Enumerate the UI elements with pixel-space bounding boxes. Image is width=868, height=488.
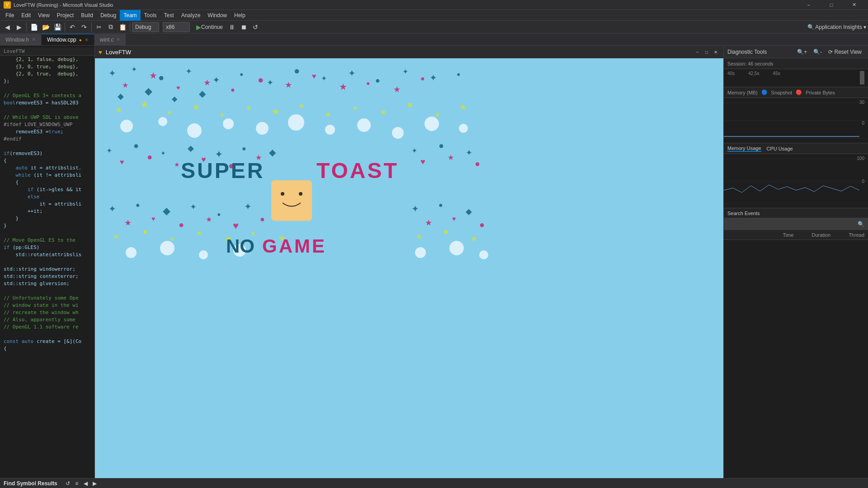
zoom-out-btn[interactable]: 🔍- bbox=[811, 48, 825, 56]
code-line: // Unfortunately some Ope bbox=[0, 294, 94, 301]
code-line: #endif bbox=[0, 135, 94, 142]
svg-text:✦: ✦ bbox=[190, 202, 197, 211]
memory-usage-tab[interactable]: Memory Usage bbox=[727, 145, 761, 152]
menu-tools[interactable]: Tools bbox=[141, 10, 160, 21]
app-title: LoveFTW (Running) - Microsoft Visual Stu… bbox=[14, 2, 798, 8]
svg-text:●: ● bbox=[407, 99, 413, 110]
menu-file[interactable]: File bbox=[2, 10, 18, 21]
svg-text:✦: ✦ bbox=[212, 75, 220, 85]
code-line bbox=[0, 229, 94, 236]
find-results-bar: Find Symbol Results ↺ ≡ ◀ ▶ bbox=[0, 479, 868, 488]
toolbar-copy[interactable]: ⧉ bbox=[105, 22, 116, 33]
code-line: }; bbox=[0, 77, 94, 84]
code-line bbox=[0, 84, 94, 92]
maximize-button[interactable]: □ bbox=[821, 0, 842, 10]
close-tab-window-cpp[interactable]: ✕ bbox=[85, 37, 89, 43]
menu-project[interactable]: Project bbox=[53, 10, 77, 21]
timeline-scroll[interactable] bbox=[860, 71, 864, 84]
game-bg-svg: ✦✦ ●✦ ✦● ✦● ✦✦ ●✦ ✦● ◆◆ ◆◆ ★★ ♥★ ●● ★♥ ★… bbox=[95, 58, 723, 478]
toolbar-back[interactable]: ◀ bbox=[2, 22, 13, 33]
menu-build[interactable]: Build bbox=[77, 10, 97, 21]
app-icon: V bbox=[4, 1, 11, 9]
menu-test[interactable]: Test bbox=[160, 10, 178, 21]
game-maximize-btn[interactable]: □ bbox=[703, 48, 711, 56]
svg-text:★: ★ bbox=[192, 102, 200, 112]
code-line: std::string contexterror; bbox=[0, 272, 94, 280]
zoom-in-btn[interactable]: 🔍+ bbox=[794, 48, 810, 56]
code-line: if (pp:GLES) bbox=[0, 244, 94, 251]
search-events-input: 🔍 bbox=[724, 218, 868, 230]
close-tab-window-h[interactable]: ✕ bbox=[32, 37, 36, 42]
menu-view[interactable]: View bbox=[34, 10, 53, 21]
code-line: removeES3 = true; bbox=[0, 128, 94, 135]
code-line bbox=[0, 330, 94, 338]
svg-text:●: ● bbox=[375, 76, 380, 85]
svg-text:★: ★ bbox=[339, 82, 347, 92]
continue-button[interactable]: ▶ Continue bbox=[193, 23, 226, 32]
menu-team[interactable]: Team bbox=[120, 10, 140, 21]
game-content: ✦✦ ●✦ ✦● ✦● ✦✦ ●✦ ✦● ◆◆ ◆◆ ★★ ♥★ ●● ★♥ ★… bbox=[95, 58, 723, 478]
svg-text:●: ● bbox=[246, 103, 251, 112]
svg-text:✦: ✦ bbox=[429, 73, 437, 83]
toolbar-forward[interactable]: ▶ bbox=[14, 22, 24, 33]
tab-window-h[interactable]: Window.h ✕ bbox=[0, 34, 42, 45]
svg-text:✦: ✦ bbox=[411, 147, 417, 155]
find-toolbar-next[interactable]: ▶ bbox=[91, 479, 99, 488]
find-toolbar-refresh[interactable]: ↺ bbox=[64, 479, 72, 488]
close-button[interactable]: ✕ bbox=[844, 0, 864, 10]
minimize-button[interactable]: − bbox=[798, 0, 819, 10]
code-line: std::string windowerror; bbox=[0, 265, 94, 272]
svg-point-48 bbox=[223, 118, 234, 129]
toolbar-open[interactable]: 📂 bbox=[40, 22, 51, 33]
menu-edit[interactable]: Edit bbox=[18, 10, 34, 21]
svg-point-45 bbox=[120, 120, 133, 132]
toolbar-save[interactable]: 💾 bbox=[52, 22, 63, 33]
svg-text:NO: NO bbox=[226, 235, 255, 257]
toolbar-paste[interactable]: 📋 bbox=[117, 22, 128, 33]
tab-window-cpp[interactable]: Window.cpp ● ✕ bbox=[42, 34, 94, 45]
svg-text:◆: ◆ bbox=[466, 207, 472, 216]
menu-debug[interactable]: Debug bbox=[97, 10, 120, 21]
toolbar-new[interactable]: 📄 bbox=[28, 22, 39, 33]
svg-text:★: ★ bbox=[353, 104, 359, 112]
find-toolbar-prev[interactable]: ◀ bbox=[82, 479, 90, 488]
svg-text:◆: ◆ bbox=[188, 144, 194, 153]
memory-header: Memory (MB) 🔵 Snapshot 🔴 Private Bytes bbox=[724, 87, 868, 98]
arch-dropdown[interactable]: x86 bbox=[163, 22, 190, 32]
window-controls: − □ ✕ bbox=[798, 0, 864, 10]
find-toolbar-list[interactable]: ≡ bbox=[73, 479, 81, 488]
tab-wint-c[interactable]: wint.c ✕ bbox=[94, 34, 127, 45]
code-line: // window state in the wi bbox=[0, 301, 94, 309]
search-icon: 🔍 bbox=[858, 221, 864, 227]
toolbar-undo[interactable]: ↶ bbox=[67, 22, 78, 33]
pause-button[interactable]: ⏸ bbox=[226, 22, 237, 33]
menu-help[interactable]: Help bbox=[231, 10, 249, 21]
restart-button[interactable]: ↺ bbox=[250, 22, 261, 33]
svg-text:★: ★ bbox=[124, 218, 132, 227]
search-events-field[interactable] bbox=[727, 221, 856, 227]
menu-analyze[interactable]: Analyze bbox=[178, 10, 204, 21]
svg-point-110 bbox=[479, 250, 488, 259]
close-tab-wint-c[interactable]: ✕ bbox=[116, 37, 120, 42]
search-events-title: Search Events bbox=[724, 208, 868, 218]
toolbar-redo[interactable]: ↷ bbox=[79, 22, 90, 33]
stop-button[interactable]: ⏹ bbox=[238, 22, 249, 33]
game-close-btn[interactable]: ✕ bbox=[712, 48, 720, 56]
code-line: {2, 0, true, debug}, bbox=[0, 70, 94, 77]
cpu-usage-tab[interactable]: CPU Usage bbox=[767, 146, 793, 151]
game-minimize-btn[interactable]: − bbox=[693, 48, 702, 56]
svg-text:✦: ✦ bbox=[402, 68, 408, 75]
code-editor[interactable]: LoveFTW {2, 1, false, debug}, {3, 0, tru… bbox=[0, 46, 95, 478]
diagnostics-title: Diagnostic Tools bbox=[727, 49, 767, 55]
debug-config-dropdown[interactable]: Debug bbox=[132, 22, 159, 32]
svg-text:♥: ♥ bbox=[233, 220, 239, 231]
toolbar-cut[interactable]: ✂ bbox=[94, 22, 104, 33]
menu-window[interactable]: Window bbox=[204, 10, 231, 21]
code-line bbox=[0, 142, 94, 150]
svg-rect-0 bbox=[95, 58, 723, 478]
cpu-chart-svg bbox=[724, 154, 868, 208]
reset-view-btn[interactable]: ⟳ Reset View bbox=[826, 48, 864, 56]
right-panel: Diagnostic Tools 🔍+ 🔍- ⟳ Reset View Sess… bbox=[723, 46, 868, 478]
svg-text:✦: ✦ bbox=[106, 147, 112, 155]
svg-text:★: ★ bbox=[448, 154, 454, 161]
